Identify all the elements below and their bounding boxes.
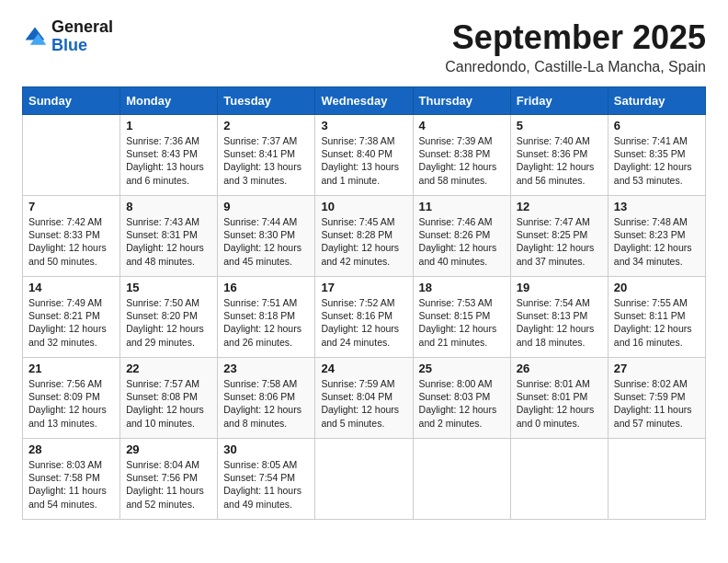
daylight-label: Daylight: 12 hours and 0 minutes. — [517, 404, 595, 428]
calendar-cell — [23, 115, 120, 196]
sunset-label: Sunset: 7:58 PM — [28, 472, 100, 483]
sunrise-label: Sunrise: 8:04 AM — [126, 459, 199, 470]
calendar-cell: 24Sunrise: 7:59 AMSunset: 8:04 PMDayligh… — [315, 358, 413, 439]
calendar-cell: 27Sunrise: 8:02 AMSunset: 7:59 PMDayligh… — [608, 358, 705, 439]
daylight-label: Daylight: 12 hours and 18 minutes. — [517, 323, 595, 347]
sunrise-label: Sunrise: 7:47 AM — [517, 216, 590, 227]
day-number: 19 — [517, 281, 602, 294]
calendar-cell: 17Sunrise: 7:52 AMSunset: 8:16 PMDayligh… — [315, 277, 413, 358]
day-number: 4 — [419, 119, 505, 132]
sunset-label: Sunset: 8:11 PM — [614, 310, 686, 321]
day-number: 12 — [517, 200, 602, 213]
cell-info: Sunrise: 7:48 AMSunset: 8:23 PMDaylight:… — [614, 215, 700, 268]
sunset-label: Sunset: 8:21 PM — [28, 310, 100, 321]
day-number: 15 — [126, 281, 211, 294]
weekday-header-wednesday: Wednesday — [315, 87, 413, 115]
sunrise-label: Sunrise: 7:58 AM — [223, 378, 297, 389]
weekday-header-thursday: Thursday — [413, 87, 510, 115]
daylight-label: Daylight: 12 hours and 45 minutes. — [223, 242, 301, 266]
daylight-label: Daylight: 12 hours and 5 minutes. — [321, 404, 399, 428]
sunset-label: Sunset: 8:13 PM — [517, 310, 588, 321]
logo-line2: Blue — [51, 37, 113, 55]
cell-info: Sunrise: 7:38 AMSunset: 8:40 PMDaylight:… — [321, 134, 406, 187]
day-number: 7 — [28, 200, 114, 213]
day-number: 8 — [126, 200, 211, 213]
calendar-cell: 4Sunrise: 7:39 AMSunset: 8:38 PMDaylight… — [413, 115, 510, 196]
sunset-label: Sunset: 8:18 PM — [223, 310, 295, 321]
cell-info: Sunrise: 7:43 AMSunset: 8:31 PMDaylight:… — [126, 215, 211, 268]
sunrise-label: Sunrise: 7:51 AM — [223, 297, 297, 308]
calendar-cell: 8Sunrise: 7:43 AMSunset: 8:31 PMDaylight… — [120, 196, 218, 277]
logo: General Blue — [22, 18, 113, 55]
daylight-label: Daylight: 12 hours and 37 minutes. — [517, 242, 595, 266]
sunset-label: Sunset: 8:30 PM — [223, 229, 295, 240]
calendar-cell: 25Sunrise: 8:00 AMSunset: 8:03 PMDayligh… — [413, 358, 510, 439]
cell-info: Sunrise: 7:40 AMSunset: 8:36 PMDaylight:… — [517, 134, 602, 187]
calendar-cell: 2Sunrise: 7:37 AMSunset: 8:41 PMDaylight… — [218, 115, 315, 196]
sunset-label: Sunset: 8:08 PM — [126, 391, 198, 402]
calendar-week-row: 28Sunrise: 8:03 AMSunset: 7:58 PMDayligh… — [23, 439, 706, 520]
sunset-label: Sunset: 8:35 PM — [614, 148, 686, 159]
weekday-header-saturday: Saturday — [608, 87, 705, 115]
calendar-cell: 19Sunrise: 7:54 AMSunset: 8:13 PMDayligh… — [510, 277, 608, 358]
calendar-cell: 7Sunrise: 7:42 AMSunset: 8:33 PMDaylight… — [23, 196, 120, 277]
cell-info: Sunrise: 7:49 AMSunset: 8:21 PMDaylight:… — [28, 296, 114, 349]
day-number: 6 — [614, 119, 700, 132]
sunset-label: Sunset: 8:03 PM — [419, 391, 491, 402]
daylight-label: Daylight: 11 hours and 54 minutes. — [28, 485, 107, 509]
title-block: September 2025 Canredondo, Castille-La M… — [445, 18, 706, 75]
day-number: 13 — [614, 200, 700, 213]
day-number: 26 — [517, 362, 602, 375]
calendar-cell — [510, 439, 608, 520]
cell-info: Sunrise: 7:50 AMSunset: 8:20 PMDaylight:… — [126, 296, 211, 349]
month-title: September 2025 — [445, 18, 706, 57]
daylight-label: Daylight: 12 hours and 53 minutes. — [614, 161, 692, 185]
calendar-cell: 22Sunrise: 7:57 AMSunset: 8:08 PMDayligh… — [120, 358, 218, 439]
sunrise-label: Sunrise: 7:39 AM — [419, 135, 493, 146]
cell-info: Sunrise: 8:01 AMSunset: 8:01 PMDaylight:… — [517, 377, 602, 430]
cell-info: Sunrise: 7:45 AMSunset: 8:28 PMDaylight:… — [321, 215, 406, 268]
sunset-label: Sunset: 8:04 PM — [321, 391, 392, 402]
day-number: 2 — [223, 119, 309, 132]
daylight-label: Daylight: 13 hours and 6 minutes. — [126, 161, 204, 185]
sunrise-label: Sunrise: 7:49 AM — [28, 297, 102, 308]
day-number: 14 — [28, 281, 114, 294]
calendar-cell: 11Sunrise: 7:46 AMSunset: 8:26 PMDayligh… — [413, 196, 510, 277]
calendar-cell — [608, 439, 705, 520]
calendar-week-row: 1Sunrise: 7:36 AMSunset: 8:43 PMDaylight… — [23, 115, 706, 196]
daylight-label: Daylight: 12 hours and 8 minutes. — [223, 404, 301, 428]
cell-info: Sunrise: 7:57 AMSunset: 8:08 PMDaylight:… — [126, 377, 211, 430]
sunset-label: Sunset: 8:25 PM — [517, 229, 588, 240]
sunset-label: Sunset: 7:54 PM — [223, 472, 295, 483]
sunset-label: Sunset: 8:15 PM — [419, 310, 491, 321]
calendar-cell: 10Sunrise: 7:45 AMSunset: 8:28 PMDayligh… — [315, 196, 413, 277]
cell-info: Sunrise: 7:56 AMSunset: 8:09 PMDaylight:… — [28, 377, 114, 430]
sunset-label: Sunset: 8:23 PM — [614, 229, 686, 240]
calendar-cell: 15Sunrise: 7:50 AMSunset: 8:20 PMDayligh… — [120, 277, 218, 358]
sunset-label: Sunset: 7:59 PM — [614, 391, 686, 402]
location-title: Canredondo, Castille-La Mancha, Spain — [445, 59, 706, 75]
sunrise-label: Sunrise: 7:55 AM — [614, 297, 688, 308]
sunset-label: Sunset: 8:09 PM — [28, 391, 100, 402]
daylight-label: Daylight: 13 hours and 3 minutes. — [223, 161, 301, 185]
daylight-label: Daylight: 12 hours and 42 minutes. — [321, 242, 399, 266]
calendar-cell — [315, 439, 413, 520]
sunrise-label: Sunrise: 8:05 AM — [223, 459, 297, 470]
day-number: 17 — [321, 281, 406, 294]
sunrise-label: Sunrise: 8:01 AM — [517, 378, 590, 389]
cell-info: Sunrise: 8:02 AMSunset: 7:59 PMDaylight:… — [614, 377, 700, 430]
weekday-header-tuesday: Tuesday — [218, 87, 315, 115]
sunset-label: Sunset: 8:38 PM — [419, 148, 491, 159]
weekday-header-monday: Monday — [120, 87, 218, 115]
sunset-label: Sunset: 8:26 PM — [419, 229, 491, 240]
calendar-cell: 13Sunrise: 7:48 AMSunset: 8:23 PMDayligh… — [608, 196, 705, 277]
day-number: 24 — [321, 362, 406, 375]
daylight-label: Daylight: 12 hours and 50 minutes. — [28, 242, 107, 266]
sunset-label: Sunset: 8:28 PM — [321, 229, 392, 240]
day-number: 9 — [223, 200, 309, 213]
cell-info: Sunrise: 8:04 AMSunset: 7:56 PMDaylight:… — [126, 458, 211, 511]
day-number: 10 — [321, 200, 406, 213]
sunrise-label: Sunrise: 8:03 AM — [28, 459, 102, 470]
sunrise-label: Sunrise: 7:43 AM — [126, 216, 199, 227]
daylight-label: Daylight: 12 hours and 2 minutes. — [419, 404, 497, 428]
